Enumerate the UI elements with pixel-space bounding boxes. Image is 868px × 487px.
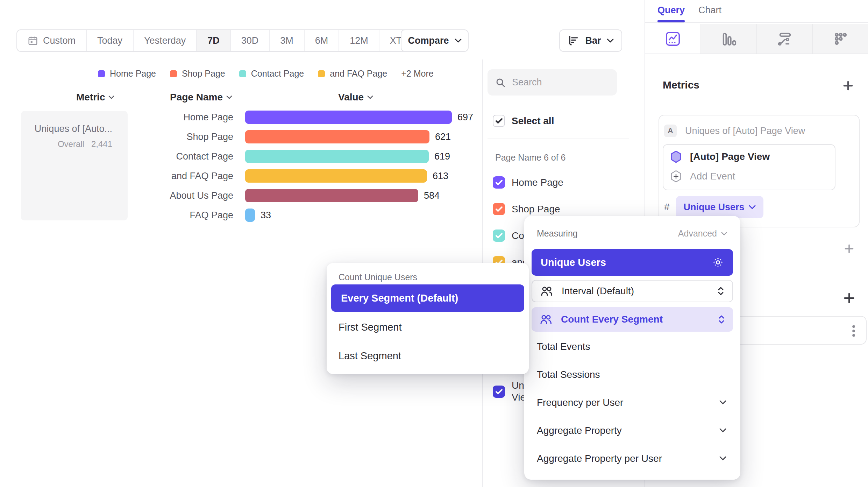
- legend-item[interactable]: Home Page: [98, 69, 156, 79]
- legend-item[interactable]: Shop Page: [170, 69, 225, 79]
- hash-symbol: #: [664, 202, 670, 213]
- chevron-down-icon: [719, 400, 726, 404]
- add-metric-icon[interactable]: [842, 80, 854, 92]
- column-header-metric[interactable]: Metric: [76, 92, 114, 103]
- bar-home-page[interactable]: [245, 111, 452, 124]
- list-item[interactable]: Shop Page: [493, 203, 560, 215]
- row-value: 619: [434, 151, 450, 162]
- menu-item-total-sessions[interactable]: Total Sessions: [537, 369, 600, 380]
- checkbox-shop-page[interactable]: [493, 203, 505, 215]
- date-range-label: 7D: [207, 35, 220, 46]
- tab-insights-icon-cell[interactable]: [645, 24, 700, 54]
- row-value: 33: [261, 210, 271, 221]
- bar-contact-page[interactable]: [245, 150, 429, 163]
- bar-shop-page[interactable]: [245, 130, 429, 143]
- menu-item-aggregate-property[interactable]: Aggregate Property: [537, 425, 622, 436]
- metrics-heading: Metrics: [663, 79, 699, 91]
- checkbox-home-page[interactable]: [493, 176, 505, 189]
- select-all-checkbox[interactable]: [493, 115, 505, 127]
- add-event-row[interactable]: Add Event: [670, 170, 835, 183]
- add-breakdown-icon[interactable]: [843, 292, 855, 304]
- date-range-label: 12M: [350, 35, 368, 46]
- mixpanel-insights-report: Custom Today Yesterday 7D 30D 3M 6M 12M …: [0, 0, 868, 487]
- date-range-today[interactable]: Today: [87, 30, 134, 51]
- chevron-down-icon: [721, 232, 727, 235]
- event-row[interactable]: [Auto] Page View: [670, 150, 835, 163]
- list-item[interactable]: Home Page: [493, 176, 563, 189]
- metric-letter-chip: A: [664, 125, 677, 137]
- search-input[interactable]: [512, 77, 606, 88]
- legend-swatch: [170, 70, 177, 77]
- measuring-title: Measuring: [537, 228, 578, 239]
- bar-faq-page[interactable]: [245, 209, 255, 222]
- column-header-value[interactable]: Value: [338, 92, 373, 103]
- legend-label: Home Page: [110, 69, 156, 79]
- chevron-down-icon: [719, 428, 726, 432]
- date-range-3m[interactable]: 3M: [270, 30, 305, 51]
- event-name: [Auto] Page View: [690, 151, 770, 162]
- date-range-selector: Custom Today Yesterday 7D 30D 3M 6M 12M …: [16, 29, 432, 52]
- compare-label: Compare: [408, 35, 449, 46]
- chevron-down-icon: [367, 96, 373, 99]
- bar-and-faq-page[interactable]: [245, 169, 427, 183]
- column-header-page-name[interactable]: Page Name: [170, 92, 232, 103]
- menu-item-total-events[interactable]: Total Events: [537, 341, 590, 352]
- option-interval[interactable]: Interval (Default): [532, 280, 733, 302]
- tab-funnels-icon-cell[interactable]: [700, 24, 756, 54]
- chart-type-label: Bar: [585, 35, 601, 46]
- advanced-toggle[interactable]: Advanced: [678, 228, 727, 239]
- date-range-yesterday[interactable]: Yesterday: [134, 30, 197, 51]
- metric-card-title: Uniques of [Auto] Page View: [685, 126, 805, 136]
- legend-item[interactable]: Contact Page: [239, 69, 304, 79]
- option-label: Every Segment (Default): [341, 292, 458, 304]
- table-row[interactable]: and FAQ Page 613: [128, 169, 448, 183]
- gear-icon[interactable]: [712, 256, 724, 268]
- kebab-menu-icon[interactable]: [851, 324, 856, 338]
- date-range-12m[interactable]: 12M: [339, 30, 379, 51]
- tab-flows-icon-cell[interactable]: [756, 24, 812, 54]
- option-unique-users[interactable]: Unique Users: [532, 249, 733, 276]
- legend-more[interactable]: +2 More: [401, 69, 433, 79]
- tab-label: Query: [657, 5, 685, 15]
- menu-item-frequency-per-user[interactable]: Frequency per User: [537, 397, 623, 408]
- tab-chart[interactable]: Chart: [698, 5, 721, 16]
- table-row[interactable]: FAQ Page 33: [128, 209, 271, 222]
- checkbox-metric-item[interactable]: [493, 386, 505, 398]
- advanced-label: Advanced: [678, 228, 717, 239]
- legend-swatch: [239, 70, 246, 77]
- date-range-label: 6M: [315, 35, 328, 46]
- compare-button[interactable]: Compare: [401, 29, 469, 52]
- table-row[interactable]: Shop Page 621: [128, 130, 451, 143]
- calendar-icon: [28, 35, 38, 46]
- table-row[interactable]: Contact Page 619: [128, 150, 450, 163]
- segment-search[interactable]: [488, 69, 617, 96]
- tab-query[interactable]: Query: [657, 5, 685, 22]
- option-count-every-segment[interactable]: Count Every Segment: [532, 307, 733, 332]
- insights-chart-icon: [665, 31, 681, 47]
- option-last-segment[interactable]: Last Segment: [339, 350, 401, 362]
- option-first-segment[interactable]: First Segment: [339, 322, 402, 333]
- checkbox-contact-page[interactable]: [493, 230, 505, 242]
- list-item[interactable]: UniVie: [493, 380, 526, 403]
- table-row[interactable]: About Us Page 584: [128, 189, 440, 202]
- metric-summary-cell[interactable]: Uniques of [Auto... Overall2,441: [21, 111, 128, 220]
- date-range-custom[interactable]: Custom: [17, 30, 87, 51]
- date-range-label: 3M: [280, 35, 293, 46]
- bar-about-us-page[interactable]: [245, 189, 418, 202]
- menu-item-aggregate-property-per-user[interactable]: Aggregate Property per User: [537, 453, 662, 464]
- table-row[interactable]: Home Page 697: [128, 111, 473, 124]
- dots-grid-icon: [833, 31, 849, 47]
- date-range-6m[interactable]: 6M: [305, 30, 340, 51]
- metric-card[interactable]: A Uniques of [Auto] Page View [Auto] Pag…: [659, 115, 860, 227]
- measurement-chip[interactable]: Unique Users: [676, 196, 763, 218]
- option-every-segment[interactable]: Every Segment (Default): [331, 284, 524, 312]
- chart-type-dropdown[interactable]: Bar: [559, 29, 622, 52]
- select-all-row[interactable]: Select all: [493, 115, 554, 127]
- date-range-7d[interactable]: 7D: [197, 30, 231, 51]
- legend-item[interactable]: and FAQ Page: [318, 69, 387, 79]
- funnel-bars-icon: [721, 31, 737, 47]
- add-filter-icon[interactable]: [844, 243, 855, 254]
- measuring-popup: Measuring Advanced Unique Users Interval…: [524, 216, 740, 480]
- tab-more-apps-icon-cell[interactable]: [812, 24, 868, 54]
- date-range-30d[interactable]: 30D: [231, 30, 270, 51]
